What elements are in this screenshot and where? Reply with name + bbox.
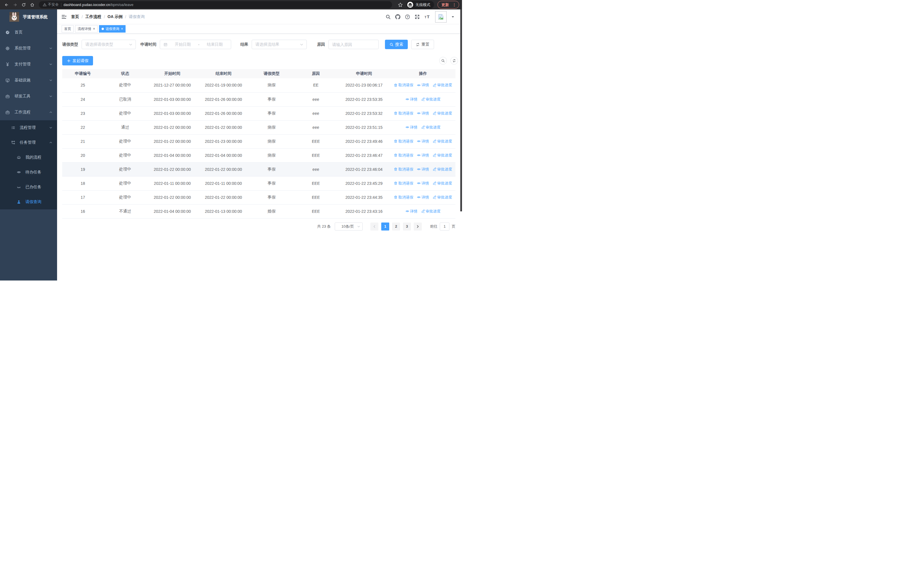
- cell-leave-type: 事假: [249, 190, 294, 204]
- sidebar-item-my-process[interactable]: 我的流程: [0, 150, 57, 165]
- sidebar-item-devtools[interactable]: 研发工具: [0, 88, 57, 104]
- tab-home[interactable]: 首页: [62, 25, 74, 33]
- edit-icon: [421, 209, 425, 213]
- address-bar[interactable]: 不安全 dashboard.yudao.iocoder.cn/bpm/oa/le…: [39, 1, 392, 8]
- close-tab-icon[interactable]: ×: [121, 27, 123, 30]
- detail-link[interactable]: 详情: [405, 125, 417, 130]
- page-size-select[interactable]: 10条/页: [335, 223, 363, 230]
- progress-link[interactable]: 审批进度: [433, 181, 452, 186]
- op-label: 取消请假: [398, 181, 413, 186]
- op-label: 审批进度: [426, 125, 441, 130]
- detail-link[interactable]: 详情: [417, 167, 429, 172]
- cancel-leave-link[interactable]: 取消请假: [394, 83, 413, 88]
- cancel-leave-link[interactable]: 取消请假: [394, 111, 413, 116]
- sidebar-menu: 首页系统管理支付管理基础设施研发工具工作流程流程管理任务管理我的流程待办任务已办…: [0, 24, 57, 209]
- refresh-table-button[interactable]: [450, 57, 458, 65]
- chevron-down-icon: [129, 42, 133, 47]
- pagination: 共 23 条 10条/页 123 前往 页: [62, 223, 455, 230]
- sidebar-item-infra[interactable]: 基础设施: [0, 72, 57, 88]
- next-page-button[interactable]: [414, 223, 422, 230]
- sidebar-item-home[interactable]: 首页: [0, 24, 57, 40]
- browser-reload-button[interactable]: [20, 1, 27, 9]
- progress-link[interactable]: 审批进度: [433, 195, 452, 200]
- detail-link[interactable]: 详情: [417, 83, 429, 88]
- reset-button[interactable]: 重置: [411, 40, 434, 49]
- search-button[interactable]: 搜索: [385, 40, 408, 49]
- sidebar-item-done-tasks[interactable]: 已办任务: [0, 180, 57, 194]
- app-logo[interactable]: 芋道管理系统: [0, 9, 57, 24]
- close-tab-icon[interactable]: ×: [93, 27, 95, 30]
- tab-process-detail[interactable]: 流程详情×: [75, 25, 98, 33]
- detail-link[interactable]: 详情: [417, 139, 429, 144]
- sidebar-collapse-icon[interactable]: [62, 14, 66, 20]
- sidebar-item-payment[interactable]: 支付管理: [0, 56, 57, 72]
- cancel-leave-link[interactable]: 取消请假: [394, 181, 413, 186]
- progress-link[interactable]: 审批进度: [433, 83, 452, 88]
- progress-link[interactable]: 审批进度: [433, 167, 452, 172]
- security-indicator[interactable]: 不安全: [43, 2, 59, 7]
- detail-link[interactable]: 详情: [405, 97, 417, 102]
- page-button-1[interactable]: 1: [381, 223, 389, 230]
- github-icon[interactable]: [395, 14, 400, 20]
- sidebar-item-process-mgmt[interactable]: 流程管理: [0, 120, 57, 135]
- chevron-up-icon: [49, 141, 52, 144]
- cancel-leave-link[interactable]: 取消请假: [394, 167, 413, 172]
- progress-link[interactable]: 审批进度: [433, 139, 452, 144]
- browser-home-button[interactable]: [28, 1, 36, 9]
- progress-link[interactable]: 审批进度: [421, 97, 441, 102]
- detail-link[interactable]: 详情: [417, 195, 429, 200]
- goto-page-input[interactable]: [440, 223, 450, 230]
- prev-page-button[interactable]: [370, 223, 378, 230]
- progress-link[interactable]: 审批进度: [433, 153, 452, 158]
- sidebar-item-leave-query[interactable]: 请假查询: [0, 194, 57, 209]
- result-select[interactable]: 请选择流结果: [252, 40, 307, 49]
- cell-status: 处理中: [104, 78, 147, 92]
- detail-link[interactable]: 详情: [417, 153, 429, 158]
- bookmark-star-icon[interactable]: [398, 2, 403, 8]
- breadcrumb-item[interactable]: 工作流程: [86, 14, 101, 20]
- progress-link[interactable]: 审批进度: [421, 209, 441, 214]
- cancel-leave-link[interactable]: 取消请假: [394, 195, 413, 200]
- avatar-caret-icon[interactable]: [451, 15, 454, 18]
- sidebar-item-workflow[interactable]: 工作流程: [0, 104, 57, 120]
- search-icon: [390, 42, 393, 47]
- leave-type-select[interactable]: 请选择请假类型: [82, 40, 136, 49]
- row-operations: 取消请假详情审批进度: [391, 153, 455, 158]
- breadcrumb-item[interactable]: OA 示例: [108, 14, 122, 20]
- cell-status: 处理中: [104, 190, 147, 204]
- column-header: 请假类型: [249, 69, 294, 78]
- page-button-2[interactable]: 2: [392, 223, 400, 230]
- detail-link[interactable]: 详情: [417, 181, 429, 186]
- detail-link[interactable]: 详情: [417, 111, 429, 116]
- progress-link[interactable]: 审批进度: [421, 125, 441, 130]
- detail-link[interactable]: 详情: [405, 209, 417, 214]
- progress-link[interactable]: 审批进度: [433, 111, 452, 116]
- user-avatar[interactable]: [435, 11, 447, 23]
- browser-update-button[interactable]: 更新: [438, 1, 459, 9]
- browser-menu-dots-icon[interactable]: [452, 3, 456, 7]
- tab-leave-query[interactable]: 请假查询×: [99, 25, 126, 33]
- fullscreen-icon[interactable]: [415, 14, 420, 20]
- help-icon[interactable]: ?: [405, 14, 410, 20]
- sidebar-item-system[interactable]: 系统管理: [0, 40, 57, 56]
- apply-time-range-picker[interactable]: 开始日期 - 结束日期: [160, 40, 231, 49]
- header-search-icon[interactable]: [386, 14, 391, 20]
- breadcrumb-item[interactable]: 首页: [71, 14, 79, 20]
- cancel-leave-link[interactable]: 取消请假: [394, 139, 413, 144]
- sidebar-item-todo-tasks[interactable]: 待办任务: [0, 165, 57, 180]
- user-icon: [17, 200, 21, 204]
- edit-icon: [433, 83, 436, 87]
- browser-back-button[interactable]: [3, 1, 10, 9]
- browser-forward-button[interactable]: [11, 1, 19, 9]
- font-size-icon[interactable]: TT: [424, 14, 430, 20]
- toggle-search-button[interactable]: [439, 57, 447, 65]
- create-leave-button[interactable]: 发起请假: [62, 56, 93, 65]
- navbar-actions: ? TT: [386, 11, 454, 23]
- page-scrollbar[interactable]: [460, 9, 462, 211]
- sidebar-item-task-mgmt[interactable]: 任务管理: [0, 135, 57, 150]
- row-operations: 取消请假详情审批进度: [391, 181, 455, 186]
- page-button-3[interactable]: 3: [403, 223, 411, 230]
- reason-input[interactable]: [328, 40, 379, 49]
- cancel-leave-link[interactable]: 取消请假: [394, 153, 413, 158]
- view-icon: [405, 125, 409, 129]
